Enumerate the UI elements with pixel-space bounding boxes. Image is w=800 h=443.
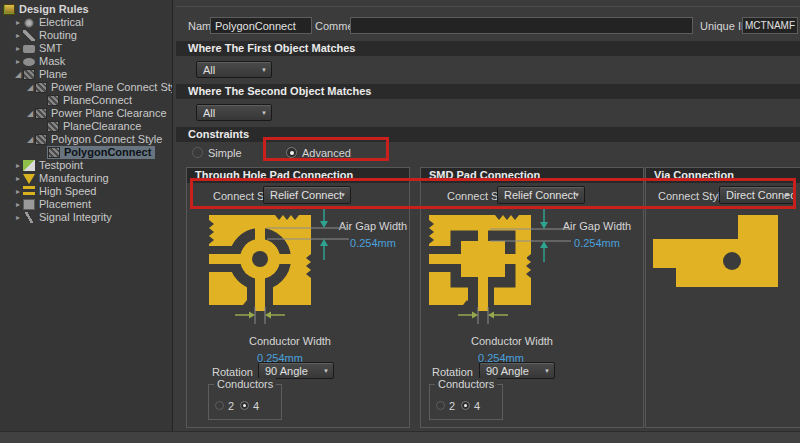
rotation-label: Rotation [432,365,473,379]
group-title: Through Hole Pad Connection [187,168,409,183]
placement-icon [23,199,35,210]
via-connection-group: Via Connection Connect Style Direct Conn… [645,167,800,428]
smt-icon [23,45,35,53]
folder-icon [3,4,15,15]
expander-icon[interactable]: ◢ [25,133,35,146]
second-match-dropdown[interactable]: All ▼ [196,104,272,121]
chevron-down-icon: ▼ [784,188,790,203]
group-title: Via Connection [646,168,800,183]
bottom-strip [0,431,800,443]
section-header-constraints: Constraints [176,127,800,142]
rotation-label: Rotation [212,365,253,379]
chevron-down-icon: ▼ [261,106,267,121]
connect-style-dropdown[interactable]: Relief Connect ▼ [497,186,585,204]
tree-item-polygon-connect-style[interactable]: ◢ Polygon Connect Style [0,133,172,146]
tree-item-placement[interactable]: ▸ Placement [0,198,172,211]
design-rules-dialog: Design Rules ▸ Electrical ▸ Routing ▸ SM… [0,0,800,443]
conductors-2-radio[interactable] [436,401,445,410]
routing-icon [23,30,35,41]
expander-icon[interactable]: ◢ [13,68,23,81]
via-diagram [646,168,800,429]
expander-icon[interactable]: ▸ [13,29,23,42]
expander-icon[interactable]: ▸ [13,42,23,55]
tree-item-polygonconnect-selected[interactable]: PolygonConnect [0,146,172,159]
rules-tree-panel: Design Rules ▸ Electrical ▸ Routing ▸ SM… [0,0,173,431]
first-match-dropdown[interactable]: All ▼ [196,61,272,78]
chevron-down-icon: ▼ [544,364,550,379]
tree-item-high-speed[interactable]: ▸ High Speed [0,185,172,198]
tree-item-design-rules[interactable]: Design Rules [0,3,172,16]
conductors-2-radio[interactable] [215,401,224,410]
conductors-4-radio[interactable] [240,401,249,410]
air-gap-width-value: 0.254mm [337,236,409,250]
tree-item-power-plane-clearance[interactable]: ◢ Power Plane Clearance [0,107,172,120]
expander-icon[interactable]: ▸ [13,55,23,68]
expander-icon[interactable]: ▸ [13,159,23,172]
comment-input[interactable] [350,17,693,34]
electrical-icon [23,17,35,28]
tree-item-planeclearance[interactable]: PlaneClearance [0,120,172,133]
tree-item-power-plane-connect-style[interactable]: ◢ Power Plane Connect Style [0,81,172,94]
tree-item-testpoint[interactable]: ▸ Testpoint [0,159,172,172]
rule-icon [48,147,60,158]
rotation-dropdown[interactable]: 90 Angle ▼ [479,362,555,379]
expander-icon[interactable]: ▸ [13,198,23,211]
chevron-down-icon: ▼ [261,63,267,78]
unique-id-input[interactable] [742,17,798,34]
connect-style-dropdown[interactable]: Direct Connect ▼ [719,186,795,204]
conductors-label: Conductors [435,378,497,391]
section-header-second-match: Where The Second Object Matches [176,84,800,99]
expander-icon[interactable]: ▸ [13,172,23,185]
connect-style-dropdown[interactable]: Relief Connect ▼ [263,186,351,204]
conductors-groupbox: Conductors 2 4 [429,384,503,420]
conductor-width-label: Conductor Width [225,334,355,348]
testpoint-icon [23,160,35,171]
mask-icon [23,58,35,66]
tree-selection: PolygonConnect [47,146,155,159]
conductors-label: Conductors [214,378,276,391]
rule-icon [35,108,47,119]
through-hole-pad-connection-group: Through Hole Pad Connection Connect Styl… [186,167,410,428]
simple-radio[interactable] [192,147,203,158]
chevron-down-icon: ▼ [574,188,580,203]
conductors-groupbox: Conductors 2 4 [208,384,282,420]
air-gap-width-value: 0.254mm [561,236,633,250]
conductor-width-label: Conductor Width [447,334,577,348]
connect-style-label: Connect Style [658,189,726,203]
chevron-down-icon: ▼ [340,188,346,203]
conductors-4-radio[interactable] [461,401,470,410]
section-header-first-match: Where The First Object Matches [176,41,800,56]
plane-icon [23,69,35,80]
manufacturing-icon [23,174,35,184]
tree-item-planeconnect[interactable]: PlaneConnect [0,94,172,107]
name-input[interactable] [210,17,312,34]
air-gap-width-label: Air Gap Width [337,219,409,233]
expander-icon[interactable]: ◢ [25,81,35,94]
tree-item-manufacturing[interactable]: ▸ Manufacturing [0,172,172,185]
rotation-dropdown[interactable]: 90 Angle ▼ [258,362,334,379]
expander-icon[interactable]: ▸ [13,211,23,224]
smd-pad-connection-group: SMD Pad Connection Connect Style Relief … [420,167,644,428]
rule-icon [47,95,59,106]
expander-icon[interactable]: ▸ [13,16,23,29]
advanced-radio[interactable] [286,147,297,158]
tree-item-electrical[interactable]: ▸ Electrical [0,16,172,29]
group-title: SMD Pad Connection [421,168,643,183]
expander-icon[interactable]: ▸ [13,185,23,198]
air-gap-width-label: Air Gap Width [561,219,633,233]
tree-item-mask[interactable]: ▸ Mask [0,55,172,68]
rule-icon [35,134,47,145]
tree-item-routing[interactable]: ▸ Routing [0,29,172,42]
chevron-down-icon: ▼ [323,364,329,379]
tree-item-signal-integrity[interactable]: ▸ Signal Integrity [0,211,172,224]
high-speed-icon [23,186,35,197]
tree-item-plane[interactable]: ◢ Plane [0,68,172,81]
rule-icon [35,82,47,93]
expander-icon[interactable]: ◢ [25,107,35,120]
panel-splitter [176,6,800,7]
advanced-radio-label[interactable]: Advanced [302,146,351,160]
signal-integrity-icon [23,212,35,223]
tree-item-smt[interactable]: ▸ SMT [0,42,172,55]
simple-radio-label[interactable]: Simple [208,146,242,160]
rule-icon [47,121,59,132]
